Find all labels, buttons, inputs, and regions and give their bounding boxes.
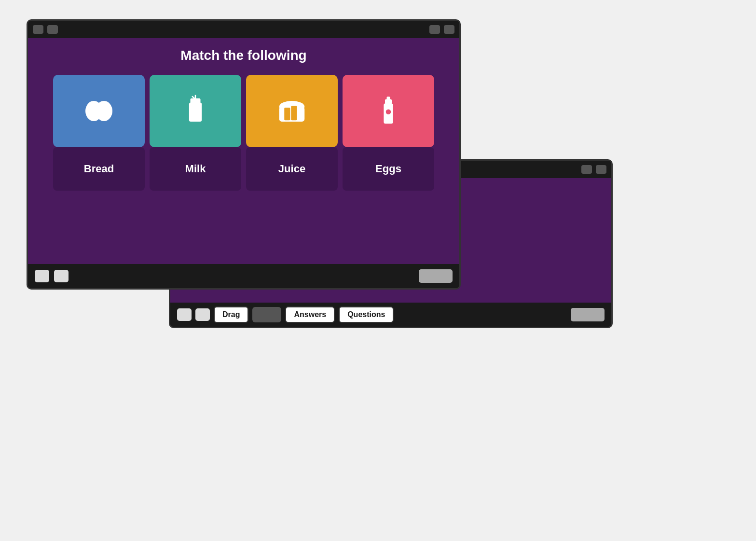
- dark-toolbar-btn[interactable]: [252, 307, 281, 322]
- eggs-image-card[interactable]: [53, 75, 145, 147]
- second-titlebar-btn1[interactable]: [581, 165, 592, 174]
- main-window-titlebar: [28, 21, 459, 38]
- bread-image-card[interactable]: [246, 75, 338, 147]
- second-bottom-btn2[interactable]: [195, 308, 210, 321]
- main-window-bottombar: [28, 264, 459, 288]
- questions-button[interactable]: Questions: [339, 306, 394, 323]
- titlebar-btn4[interactable]: [444, 25, 454, 34]
- bread-icon: [275, 94, 309, 128]
- main-nav-btn[interactable]: [419, 269, 453, 283]
- svg-rect-9: [291, 106, 297, 121]
- answers-button[interactable]: Answers: [285, 306, 335, 323]
- labels-row: Bread Milk Juice Eggs: [38, 147, 450, 191]
- titlebar-btn3[interactable]: [429, 25, 440, 34]
- bread-label-cell[interactable]: Bread: [53, 147, 145, 191]
- main-bottom-btn2[interactable]: [54, 270, 69, 282]
- juice-label-cell[interactable]: Juice: [246, 147, 338, 191]
- svg-point-1: [96, 101, 112, 121]
- main-bottom-btn1[interactable]: [35, 270, 49, 282]
- eggs-label-cell[interactable]: Eggs: [343, 147, 434, 191]
- milk-label-cell[interactable]: Milk: [150, 147, 241, 191]
- eggs-icon: [82, 94, 116, 128]
- second-window-bottombar: Drag Answers Questions: [170, 303, 611, 327]
- juice-image-card[interactable]: [150, 75, 241, 147]
- svg-rect-12: [387, 97, 390, 100]
- question-title: Match the following: [180, 48, 306, 63]
- main-window-content: Match the following: [28, 38, 459, 264]
- second-titlebar-btn2[interactable]: [596, 165, 606, 174]
- titlebar-btn2[interactable]: [47, 25, 58, 34]
- svg-rect-8: [284, 108, 290, 120]
- titlebar-btn1[interactable]: [33, 25, 43, 34]
- milk-icon: [371, 94, 405, 128]
- svg-rect-2: [189, 103, 202, 122]
- svg-point-13: [386, 110, 391, 115]
- main-window: Match the following: [27, 19, 461, 290]
- drag-button[interactable]: Drag: [214, 306, 248, 323]
- second-nav-btn[interactable]: [571, 308, 605, 321]
- juice-icon: [179, 94, 212, 128]
- cards-row: [38, 75, 450, 147]
- second-bottom-btn1[interactable]: [177, 308, 192, 321]
- milk-image-card[interactable]: [343, 75, 434, 147]
